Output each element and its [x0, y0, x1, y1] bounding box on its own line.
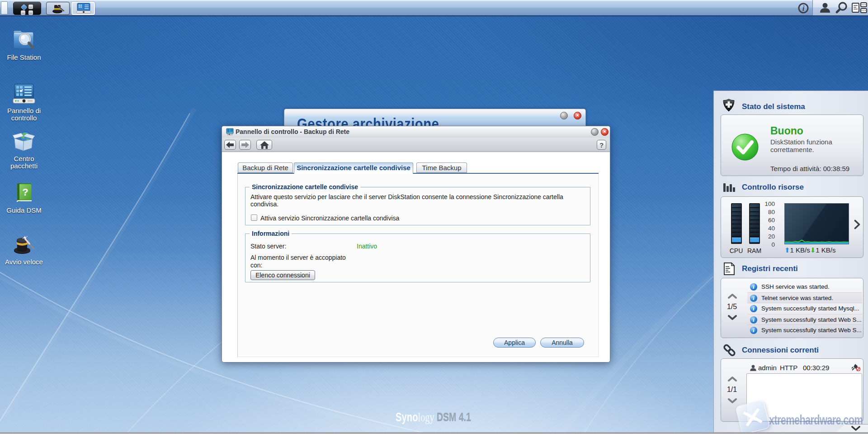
- svg-text:i: i: [802, 4, 805, 13]
- svg-text:?: ?: [22, 186, 28, 198]
